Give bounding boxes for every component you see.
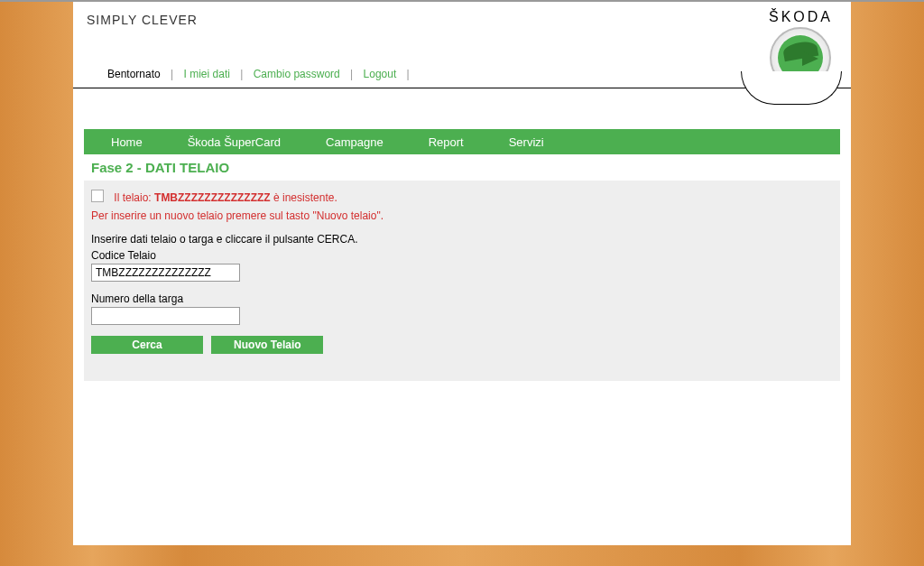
logout-link[interactable]: Logout [364,68,397,80]
error-message-1: Il telaio: TMBZZZZZZZZZZZZZZ è inesisten… [91,190,833,208]
button-row: Cerca Nuovo Telaio [91,336,833,354]
numero-targa-label: Numero della targa [91,292,833,305]
welcome-label: Bentornato [107,68,161,80]
nav-report[interactable]: Report [406,130,486,154]
bottom-pad [73,518,851,545]
content-panel: Il telaio: TMBZZZZZZZZZZZZZZ è inesisten… [84,181,840,381]
nuovo-telaio-button[interactable]: Nuovo Telaio [211,336,323,354]
numero-targa-input[interactable] [91,307,240,325]
nav-home[interactable]: Home [88,130,165,154]
top-nav: Bentornato | I miei dati | Cambio passwo… [107,68,417,80]
section-title: Fase 2 - DATI TELAIO [84,154,840,181]
brand-text: ŠKODA [769,9,833,25]
footer-space [84,392,840,518]
main-body: Home Škoda ŠuperCard Campagne Report Ser… [73,88,851,518]
my-data-link[interactable]: I miei dati [184,68,230,80]
main-nav: Home Škoda ŠuperCard Campagne Report Ser… [84,129,840,154]
nav-campagne[interactable]: Campagne [303,130,406,154]
slogan: SIMPLY CLEVER [87,13,198,27]
header-divider [73,88,851,88]
nav-supercard[interactable]: Škoda ŠuperCard [165,130,303,154]
change-password-link[interactable]: Cambio password [254,68,340,80]
error-message-2: Per inserire un nuovo telaio premere sul… [91,209,833,222]
page-container: SIMPLY CLEVER ŠKODA Bentornato | I miei … [73,2,851,545]
codice-telaio-label: Codice Telaio [91,249,833,262]
codice-telaio-input[interactable] [91,264,240,282]
cerca-button[interactable]: Cerca [91,336,203,354]
form-instruction: Inserire dati telaio o targa e cliccare … [91,233,833,246]
error-checkbox-icon [91,190,104,202]
nav-servizi[interactable]: Servizi [486,130,567,154]
header: SIMPLY CLEVER ŠKODA Bentornato | I miei … [73,2,851,88]
